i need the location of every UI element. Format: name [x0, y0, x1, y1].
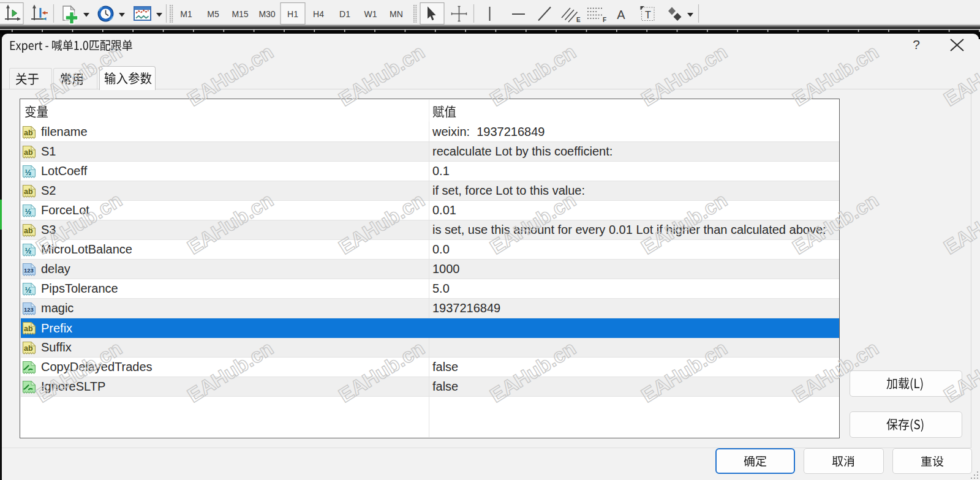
svg-text:ab: ab	[24, 344, 33, 353]
svg-text:ab: ab	[24, 129, 33, 137]
svg-text:½: ½	[25, 285, 32, 294]
svg-text:123: 123	[24, 267, 34, 274]
svg-text:ab: ab	[24, 187, 33, 196]
svg-text:ab: ab	[24, 227, 33, 235]
svg-text:ab: ab	[24, 148, 33, 157]
svg-text:123: 123	[24, 306, 34, 313]
svg-text:ab: ab	[24, 324, 33, 333]
svg-text:½: ½	[25, 246, 32, 255]
svg-text:½: ½	[25, 168, 32, 177]
svg-text:½: ½	[25, 207, 32, 216]
